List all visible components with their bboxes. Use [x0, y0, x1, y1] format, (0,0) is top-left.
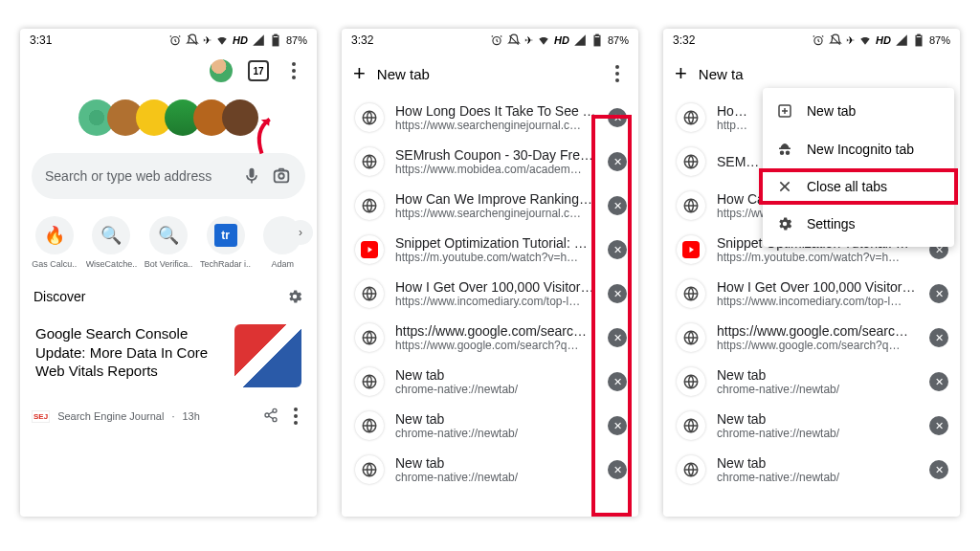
- shortcut-label: Adam: [271, 259, 294, 269]
- tab-item[interactable]: New tabchrome-native://newtab/✕: [663, 404, 960, 448]
- shortcut-label: WiseCatche..: [86, 259, 138, 269]
- tab-menu-button[interactable]: [608, 62, 627, 85]
- tab-url: https://m.youtube.com/watch?v=h…: [395, 251, 596, 264]
- shortcut-icon: tr: [207, 216, 245, 254]
- hd-indicator: HD: [233, 34, 248, 46]
- svg-point-6: [273, 408, 277, 412]
- menu-item-close-all-tabs[interactable]: Close all tabs: [759, 168, 958, 205]
- svg-rect-11: [596, 34, 598, 35]
- gear-icon: [776, 215, 793, 232]
- airplane-icon: ✈: [524, 34, 533, 47]
- shortcuts-more-icon[interactable]: ›: [288, 220, 313, 245]
- tab-title: https://www.google.com/searc…: [717, 323, 918, 339]
- tab-title: https://www.google.com/searc…: [395, 323, 596, 339]
- svg-rect-24: [918, 34, 920, 35]
- tab-url: https://www.incomediary.com/top-l…: [717, 295, 918, 308]
- card-menu-icon[interactable]: [286, 405, 305, 428]
- clock: 3:31: [30, 33, 52, 47]
- shortcut-item[interactable]: 🔥Gas Calcu..: [29, 216, 80, 269]
- close-tab-icon[interactable]: ✕: [929, 460, 948, 479]
- shortcut-item[interactable]: 🔍Bot Verifica..: [143, 216, 194, 269]
- screenshot-3-tab-menu: 3:32 ✈ HD 87% + New ta Ho…http…✕SEM…✕How…: [663, 29, 960, 517]
- youtube-icon: [677, 235, 705, 264]
- tab-list-title: New ta: [699, 66, 948, 82]
- close-tab-icon[interactable]: ✕: [929, 416, 948, 435]
- discover-settings-icon[interactable]: [286, 288, 303, 305]
- tab-url: https://www.google.com/search?q…: [395, 339, 596, 352]
- globe-icon: [677, 411, 705, 440]
- svg-point-8: [273, 417, 277, 421]
- shortcut-row: 🔥Gas Calcu..🔍WiseCatche..🔍Bot Verifica..…: [20, 199, 317, 273]
- signal-icon: [573, 33, 587, 47]
- shortcut-label: Bot Verifica..: [145, 259, 193, 269]
- lens-icon[interactable]: [271, 165, 292, 187]
- tab-overflow-menu: New tabNew Incognito tabClose all tabsSe…: [763, 88, 954, 247]
- alarm-icon: [168, 33, 182, 47]
- tab-title: How Long Does It Take To See …: [395, 103, 596, 119]
- profile-avatar[interactable]: [210, 59, 233, 82]
- tab-switcher-button[interactable]: 17: [248, 60, 269, 81]
- card-thumbnail: [234, 324, 301, 387]
- globe-icon: [355, 411, 384, 440]
- menu-item-settings[interactable]: Settings: [763, 205, 954, 243]
- tab-title: How Can We Improve Ranking…: [395, 191, 596, 207]
- shortcut-icon: 🔥: [35, 216, 74, 254]
- hd-indicator: HD: [554, 34, 569, 46]
- globe-icon: [355, 279, 384, 308]
- tab-url: chrome-native://newtab/: [717, 427, 918, 440]
- shortcut-item[interactable]: 🔍WiseCatche..: [85, 216, 137, 269]
- tab-title: How I Get Over 100,000 Visitor…: [717, 279, 918, 295]
- svg-rect-12: [595, 38, 600, 46]
- menu-item-new-tab[interactable]: New tab: [763, 92, 954, 130]
- clock: 3:32: [673, 33, 695, 47]
- close-tab-icon[interactable]: ✕: [929, 284, 948, 303]
- menu-item-new-incognito-tab[interactable]: New Incognito tab: [763, 130, 954, 168]
- menu-item-label: New tab: [807, 103, 856, 119]
- hd-indicator: HD: [876, 34, 891, 46]
- globe-icon: [677, 323, 705, 352]
- share-icon[interactable]: [263, 408, 278, 426]
- tab-item[interactable]: How I Get Over 100,000 Visitor…https://w…: [663, 272, 960, 316]
- tab-url: https://www.google.com/search?q…: [717, 339, 918, 352]
- source-favicon: SEJ: [32, 410, 50, 423]
- discover-card[interactable]: Google Search Console Update: More Data …: [30, 317, 307, 395]
- airplane-icon: ✈: [203, 34, 212, 47]
- svg-rect-4: [275, 171, 289, 183]
- shortcut-item[interactable]: trTechRadar i..: [200, 216, 252, 269]
- card-meta: SEJ Search Engine Journal · 13h: [20, 401, 317, 431]
- status-icons: ✈ HD 87%: [490, 33, 629, 47]
- new-tab-button[interactable]: +: [353, 61, 366, 86]
- battery-icon: [912, 33, 925, 47]
- omnibox-placeholder: Search or type web address: [45, 168, 233, 184]
- new-tab-button[interactable]: +: [675, 61, 687, 86]
- incognito-icon: [776, 141, 793, 158]
- signal-icon: [895, 33, 908, 47]
- menu-item-label: New Incognito tab: [807, 142, 914, 157]
- omnibox[interactable]: Search or type web address: [32, 153, 305, 199]
- dnd-icon: [829, 33, 842, 47]
- close-tab-icon[interactable]: ✕: [929, 372, 948, 391]
- tab-item[interactable]: New tabchrome-native://newtab/✕: [663, 448, 960, 492]
- tab-list-title: New tab: [377, 66, 596, 82]
- svg-point-7: [265, 413, 269, 417]
- menu-button[interactable]: [284, 59, 303, 82]
- tab-title: New tab: [717, 367, 918, 383]
- globe-icon: [355, 367, 384, 396]
- status-icons: ✈ HD 87%: [812, 33, 950, 47]
- battery-icon: [590, 33, 604, 47]
- tab-item[interactable]: New tabchrome-native://newtab/✕: [663, 360, 960, 404]
- tab-title: SEMrush Coupon - 30-Day Free…: [395, 147, 596, 163]
- svg-rect-2: [275, 34, 277, 35]
- tab-item[interactable]: https://www.google.com/searc…https://www…: [663, 316, 960, 360]
- tab-url: chrome-native://newtab/: [717, 471, 918, 484]
- close-icon: [776, 179, 793, 194]
- tab-url: https://www.searchenginejournal.c…: [395, 207, 596, 220]
- shortcut-icon: 🔍: [92, 216, 130, 254]
- globe-icon: [677, 103, 705, 132]
- svg-rect-25: [917, 38, 922, 46]
- close-tab-icon[interactable]: ✕: [929, 328, 948, 347]
- globe-icon: [677, 279, 705, 308]
- voice-search-icon[interactable]: [242, 166, 261, 186]
- card-time: 13h: [182, 410, 199, 422]
- globe-icon: [677, 367, 705, 396]
